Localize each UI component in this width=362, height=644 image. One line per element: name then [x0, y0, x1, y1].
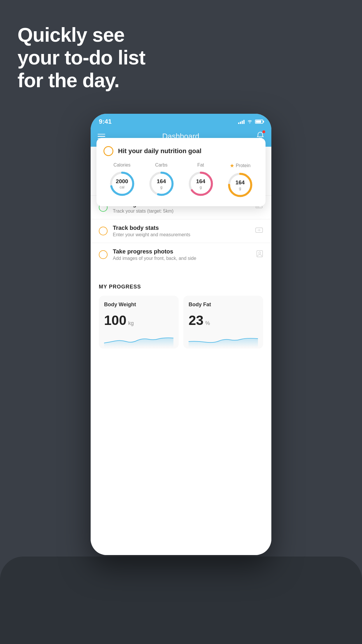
todo-item-progress-photos[interactable]: Take progress photos Add images of your … [91, 243, 271, 266]
hero-line2: your to-do list [17, 46, 145, 69]
body-fat-title: Body Fat [189, 302, 258, 308]
body-fat-sparkline [189, 333, 258, 347]
hero-text: Quickly see your to-do list for the day. [17, 23, 145, 92]
nutrition-calories: Calories 2000 cal [109, 162, 135, 197]
status-right-icons [238, 119, 263, 125]
wifi-icon [247, 119, 253, 125]
body-weight-card: Body Weight 100 kg [99, 296, 179, 349]
running-subtitle: Track your stats (target: 5km) [113, 209, 250, 214]
todo-item-body-stats[interactable]: Track body stats Enter your weight and m… [91, 219, 271, 243]
signal-icon [238, 119, 245, 124]
carbs-donut: 164 g [148, 171, 175, 197]
fat-donut: 164 g [188, 171, 214, 197]
nutrition-card: Hit your daily nutrition goal Calories [96, 138, 266, 206]
body-stats-title: Track body stats [113, 225, 250, 231]
body-stats-text: Track body stats Enter your weight and m… [113, 225, 250, 237]
body-weight-value-row: 100 kg [104, 312, 173, 328]
progress-section: MY PROGRESS Body Weight 100 kg [91, 275, 271, 349]
status-time: 9:41 [99, 118, 112, 125]
progress-photos-subtitle: Add images of your front, back, and side [113, 256, 251, 261]
body-weight-value: 100 [104, 312, 126, 328]
scale-icon [255, 227, 263, 235]
protein-donut: 164 g [227, 172, 253, 198]
fat-label: Fat [197, 162, 204, 168]
carbs-value: 164 g [157, 178, 166, 189]
nutrition-protein: ★ Protein 164 g [227, 162, 253, 198]
nutrition-carbs: Carbs 164 g [148, 162, 175, 197]
body-fat-card: Body Fat 23 % [183, 296, 263, 349]
calories-label: Calories [113, 162, 131, 168]
progress-cards: Body Weight 100 kg [99, 296, 263, 349]
calories-value: 2000 cal [116, 178, 128, 189]
phone-screen: 9:41 Dashboard [91, 114, 271, 555]
progress-photos-circle [99, 250, 108, 259]
body-weight-sparkline [104, 333, 173, 347]
hero-line1: Quickly see [17, 23, 145, 46]
status-bar: 9:41 [91, 114, 271, 127]
progress-photos-text: Take progress photos Add images of your … [113, 248, 251, 261]
progress-header: MY PROGRESS [99, 284, 263, 290]
calories-donut: 2000 cal [109, 171, 135, 197]
body-stats-subtitle: Enter your weight and measurements [113, 232, 250, 237]
carbs-label: Carbs [155, 162, 168, 168]
svg-point-10 [259, 252, 261, 254]
nutrition-card-title: Hit your daily nutrition goal [118, 147, 201, 155]
progress-photos-title: Take progress photos [113, 248, 251, 255]
body-fat-value-row: 23 % [189, 312, 258, 328]
portrait-icon [256, 250, 263, 259]
notification-badge [262, 130, 265, 133]
body-fat-value: 23 [189, 312, 203, 328]
protein-value: 164 g [236, 179, 245, 190]
protein-label: ★ Protein [230, 162, 251, 169]
hero-line3: for the day. [17, 69, 145, 92]
body-fat-unit: % [205, 320, 210, 326]
nutrition-fat: Fat 164 g [188, 162, 214, 197]
fat-value: 164 g [196, 178, 205, 189]
body-weight-unit: kg [128, 320, 134, 326]
body-stats-circle [99, 227, 108, 235]
nutrition-check-circle[interactable] [103, 146, 113, 156]
nutrition-grid: Calories 2000 cal [103, 162, 259, 198]
phone-mockup: 9:41 Dashboard [91, 114, 271, 555]
protein-label-text: Protein [236, 163, 251, 168]
background-blob [0, 556, 362, 644]
body-weight-title: Body Weight [104, 302, 173, 308]
battery-icon [255, 120, 263, 124]
star-icon: ★ [230, 162, 234, 169]
card-title-row: Hit your daily nutrition goal [103, 146, 259, 156]
phone-content: THINGS TO DO TODAY Hit your daily nutrit… [91, 147, 271, 555]
